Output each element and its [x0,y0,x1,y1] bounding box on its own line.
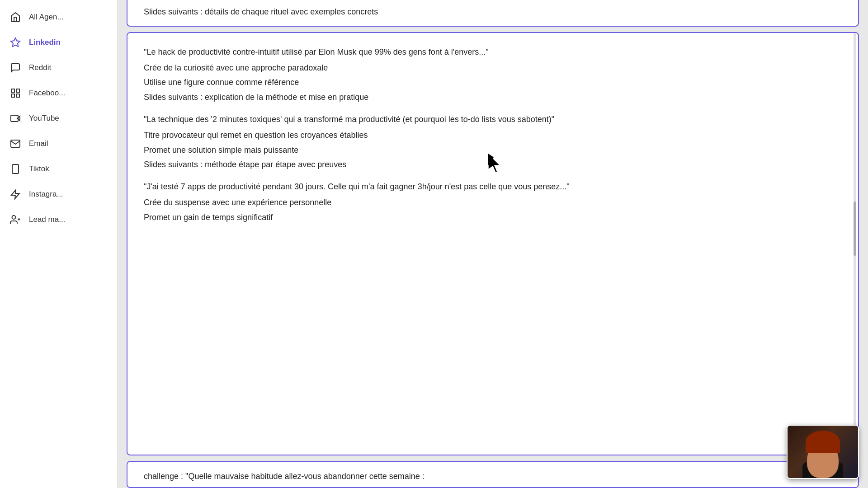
bolt-icon [9,188,22,201]
bullet-1-1: Crée de la curiosité avec une approche p… [144,61,842,75]
rocket-icon [9,36,22,49]
content-section-1: "Le hack de productivité contre-intuitif… [144,46,842,104]
scrollbar-thumb[interactable] [854,202,856,256]
sidebar-item-all-agents[interactable]: All Agen... [0,5,117,30]
content-text-body: "Le hack de productivité contre-intuitif… [144,46,842,224]
bullet-2-3: Slides suivants : méthode étape par étap… [144,158,842,171]
bullet-3-2: Promet un gain de temps significatif [144,211,842,224]
bullet-1-2: Utilise une figure connue comme référenc… [144,76,842,89]
sidebar-label-all-agents: All Agen... [29,13,64,22]
top-partial-text: Slides suivants : détails de chaque ritu… [144,5,842,19]
bullet-1-3: Slides suivants : explication de la méth… [144,91,842,104]
sidebar-item-youtube[interactable]: YouTube [0,106,117,131]
sidebar-item-tiktok[interactable]: Tiktok [0,156,117,182]
sidebar-item-facebook[interactable]: Faceboo... [0,80,117,106]
bullet-2-2: Promet une solution simple mais puissant… [144,144,842,157]
bottom-partial-text: challenge : "Quelle mauvaise habitude al… [144,470,842,483]
svg-rect-3 [16,94,19,97]
sidebar-item-linkedin[interactable]: Linkedin [0,30,117,55]
sidebar-item-lead-management[interactable]: Lead ma... [0,207,117,232]
sidebar-label-tiktok: Tiktok [29,164,49,174]
svg-marker-8 [11,190,19,199]
main-content: Slides suivants : détails de chaque ritu… [118,0,868,488]
main-content-card[interactable]: "Le hack de productivité contre-intuitif… [127,32,859,455]
quote-2: "La technique des '2 minutes toxiques' q… [144,113,842,126]
user-plus-icon [9,213,22,226]
sidebar-item-instagram[interactable]: Instagra... [0,182,117,207]
sidebar: All Agen... Linkedin Reddit Face [0,0,118,488]
sidebar-label-email: Email [29,139,48,148]
home-icon [9,11,22,23]
svg-rect-0 [11,89,14,92]
content-section-2: "La technique des '2 minutes toxiques' q… [144,113,842,171]
bullet-2-1: Titre provocateur qui remet en question … [144,129,842,142]
sidebar-label-instagram: Instagra... [29,190,63,199]
video-thumbnail [787,425,859,479]
chat-icon [9,61,22,74]
top-partial-card: Slides suivants : détails de chaque ritu… [127,0,859,27]
sidebar-label-reddit: Reddit [29,63,51,72]
quote-3: "J'ai testé 7 apps de productivité penda… [144,180,842,193]
users-icon [9,87,22,99]
bottom-partial-card: challenge : "Quelle mauvaise habitude al… [127,461,859,488]
sidebar-label-linkedin: Linkedin [29,38,61,47]
phone-icon [9,163,22,175]
sidebar-item-email[interactable]: Email [0,131,117,156]
svg-rect-2 [11,94,14,97]
sidebar-label-lead-management: Lead ma... [29,215,65,224]
quote-1: "Le hack de productivité contre-intuitif… [144,46,842,59]
sidebar-item-reddit[interactable]: Reddit [0,55,117,80]
person-video [788,426,858,478]
scrollbar-track[interactable] [854,33,856,455]
content-section-3: "J'ai testé 7 apps de productivité penda… [144,180,842,224]
svg-rect-1 [16,89,19,92]
sidebar-label-youtube: YouTube [29,114,59,123]
video-icon [9,112,22,125]
bullet-3-1: Crée du suspense avec une expérience per… [144,196,842,209]
mail-icon [9,137,22,150]
sidebar-label-facebook: Faceboo... [29,89,65,98]
svg-point-9 [12,216,16,219]
person-hair [806,431,840,453]
